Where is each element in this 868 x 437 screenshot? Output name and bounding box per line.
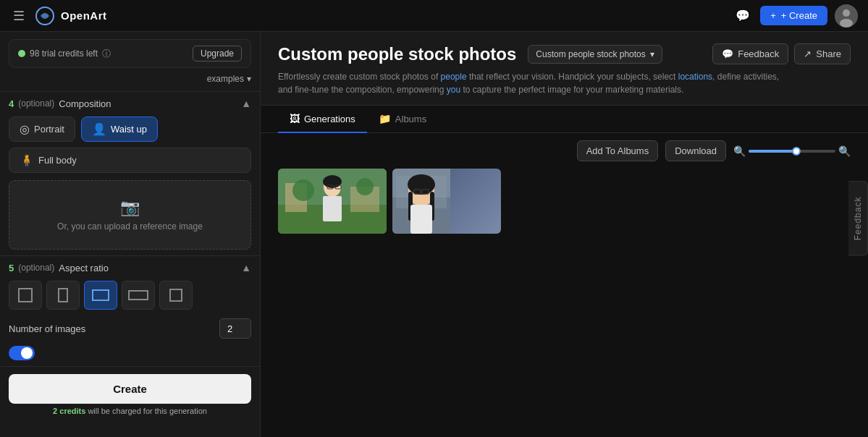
waist-up-option[interactable]: 👤 Waist up <box>81 116 158 142</box>
upload-reference-area[interactable]: 📷 Or, you can upload a reference image <box>9 180 251 250</box>
logo-text: OpenArt <box>61 9 107 22</box>
section5-chevron-icon: ▲ <box>241 262 251 273</box>
generated-image-1[interactable] <box>278 169 387 234</box>
aspect-square[interactable] <box>9 281 42 310</box>
credits-dot <box>18 50 25 57</box>
credits-info: 98 trial credits left ⓘ <box>18 48 111 60</box>
albums-icon: 📁 <box>379 113 391 124</box>
svg-rect-12 <box>323 196 342 221</box>
user-avatar[interactable] <box>835 4 858 27</box>
feedback-label: Feedback <box>738 48 779 59</box>
upload-hint-text: Or, you can upload a reference image <box>57 221 203 232</box>
content-tabs: 🖼 Generations 📁 Albums <box>261 106 868 133</box>
workflow-dropdown-label: Custom people stock photos <box>536 49 645 59</box>
full-body-option[interactable]: 🧍 Full body <box>9 148 251 173</box>
svg-point-2 <box>843 9 850 17</box>
zoom-slider-fill <box>749 150 796 153</box>
workflow-dropdown[interactable]: Custom people stock photos ▾ <box>528 45 662 64</box>
tab-generations[interactable]: 🖼 Generations <box>278 106 367 133</box>
add-to-albums-button[interactable]: Add To Albums <box>577 140 658 161</box>
portrait-icon: ◎ <box>20 122 30 136</box>
content-actions: 💬 Feedback ↗ Share <box>712 43 851 64</box>
chevron-down-icon: ▾ <box>650 49 654 59</box>
section5-title: Aspect ratio <box>59 263 109 273</box>
toggle-switch[interactable] <box>9 346 35 360</box>
svg-point-11 <box>323 175 342 188</box>
section5-optional: (optional) <box>18 263 54 273</box>
openart-logo-icon <box>35 6 55 26</box>
create-btn-wrap: Create 2 credits will be charged for thi… <box>0 366 260 425</box>
hamburger-menu-button[interactable]: ☰ <box>10 5 28 27</box>
upgrade-button[interactable]: Upgrade <box>193 46 242 61</box>
waist-up-icon: 👤 <box>92 122 106 136</box>
share-button[interactable]: ↗ Share <box>794 43 851 64</box>
svg-point-3 <box>840 19 853 27</box>
page-title: Custom people stock photos <box>278 44 516 64</box>
feedback-vertical-tab[interactable]: Feedback <box>848 182 868 256</box>
credits-warning-amount: 2 credits <box>53 407 85 415</box>
composition-title: 4 (optional) Composition <box>9 98 111 109</box>
zoom-control: 🔍 🔍 <box>733 145 851 157</box>
aspect-ratio-section: 5 (optional) Aspect ratio ▲ <box>0 255 260 366</box>
content-title-row: Custom people stock photos Custom people… <box>278 43 851 64</box>
notifications-button[interactable]: 💬 <box>733 6 753 25</box>
aspect-ratio-options <box>9 281 251 310</box>
share-label: Share <box>816 48 841 59</box>
examples-label: examples <box>207 74 244 84</box>
aspect-landscape[interactable] <box>84 281 117 310</box>
num-images-input[interactable] <box>219 318 251 339</box>
section4-optional: (optional) <box>18 98 54 109</box>
camera-icon: 📷 <box>120 198 140 217</box>
num-images-row: Number of images <box>9 318 251 339</box>
composition-section: 4 (optional) Composition ▲ ◎ Portrait 👤 … <box>0 91 260 255</box>
download-button[interactable]: Download <box>665 140 726 161</box>
credits-warning: 2 credits will be charged for this gener… <box>9 404 251 418</box>
full-body-label: Full body <box>38 155 77 166</box>
waist-up-label: Waist up <box>111 124 147 135</box>
zoom-out-icon[interactable]: 🔍 <box>733 145 746 157</box>
section4-num: 4 <box>9 98 14 109</box>
svg-point-8 <box>292 179 314 201</box>
tab-albums-label: Albums <box>395 114 426 124</box>
credits-left-text: 98 trial credits left <box>30 48 98 59</box>
section5-num: 5 <box>9 263 14 273</box>
section4-chevron-icon: ▲ <box>241 98 251 109</box>
portrait-option[interactable]: ◎ Portrait <box>9 116 75 142</box>
zoom-slider[interactable] <box>749 150 835 153</box>
aspect-square-small[interactable] <box>159 281 193 310</box>
aspect-portrait-narrow[interactable] <box>46 281 80 310</box>
content-description: Effortlessly create custom stock photos … <box>278 70 785 96</box>
credits-row: 98 trial credits left ⓘ Upgrade <box>9 39 251 68</box>
zoom-in-icon[interactable]: 🔍 <box>838 145 851 157</box>
generations-grid <box>261 169 868 234</box>
content-area: Custom people stock photos Custom people… <box>261 32 868 437</box>
generated-image-2[interactable] <box>392 169 501 234</box>
content-header: Custom people stock photos Custom people… <box>261 32 868 106</box>
zoom-slider-thumb <box>792 147 801 156</box>
tab-albums[interactable]: 📁 Albums <box>367 106 438 133</box>
composition-section-header[interactable]: 4 (optional) Composition ▲ <box>9 98 251 109</box>
portrait-label: Portrait <box>34 124 64 135</box>
aspect-ratio-header[interactable]: 5 (optional) Aspect ratio ▲ <box>9 262 251 273</box>
logo: OpenArt <box>35 6 107 26</box>
credits-warning-suffix: will be charged for this generation <box>88 407 206 415</box>
num-images-label: Number of images <box>9 323 85 334</box>
plus-icon: + <box>770 10 776 21</box>
aspect-ratio-title: 5 (optional) Aspect ratio <box>9 263 109 273</box>
svg-rect-23 <box>410 205 432 234</box>
create-main-button[interactable]: Create <box>9 374 251 404</box>
examples-row[interactable]: examples ▾ <box>9 74 251 84</box>
tab-generations-label: Generations <box>304 114 355 124</box>
info-icon: ⓘ <box>102 48 111 60</box>
feedback-button[interactable]: 💬 Feedback <box>712 43 788 64</box>
full-body-icon: 🧍 <box>20 153 34 167</box>
create-button[interactable]: + + Create <box>760 6 827 25</box>
aspect-wide[interactable] <box>122 281 155 310</box>
section4-title: Composition <box>59 98 111 109</box>
chevron-down-icon: ▾ <box>247 74 251 84</box>
hamburger-icon: ☰ <box>13 8 25 24</box>
generations-icon: 🖼 <box>290 113 300 124</box>
generations-toolbar: Add To Albums Download 🔍 🔍 <box>261 133 868 169</box>
share-icon: ↗ <box>804 48 812 59</box>
sidebar: 98 trial credits left ⓘ Upgrade examples… <box>0 32 261 437</box>
